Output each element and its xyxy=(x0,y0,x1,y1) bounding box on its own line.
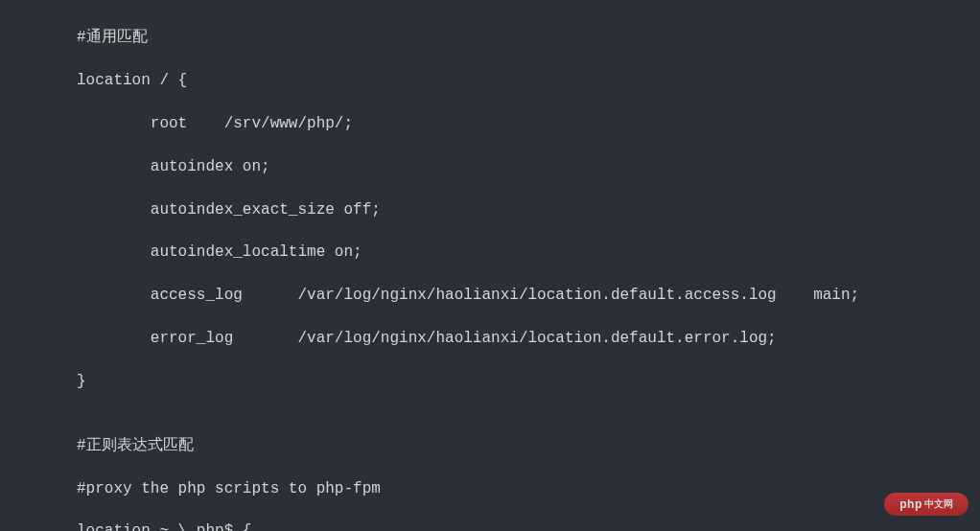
code-line: location / { xyxy=(77,70,980,91)
code-line: error_log /var/log/nginx/haolianxi/locat… xyxy=(77,328,980,349)
code-line: } xyxy=(77,371,980,392)
code-line: autoindex on; xyxy=(77,156,980,177)
code-line: autoindex_localtime on; xyxy=(77,242,980,263)
watermark-badge: php 中文网 xyxy=(884,493,968,516)
code-line: #正则表达式匹配 xyxy=(77,435,980,456)
code-block: #通用匹配 location / { root /srv/www/php/; a… xyxy=(0,0,980,531)
code-line: autoindex_exact_size off; xyxy=(77,199,980,220)
code-line: #proxy the php scripts to php-fpm xyxy=(77,478,980,499)
watermark-suffix: 中文网 xyxy=(924,497,953,511)
code-line: access_log /var/log/nginx/haolianxi/loca… xyxy=(77,285,980,306)
code-line: #通用匹配 xyxy=(77,27,980,48)
code-line: location ~ \.php$ { xyxy=(77,520,980,531)
code-line: root /srv/www/php/; xyxy=(77,113,980,134)
watermark-brand: php xyxy=(899,496,922,513)
